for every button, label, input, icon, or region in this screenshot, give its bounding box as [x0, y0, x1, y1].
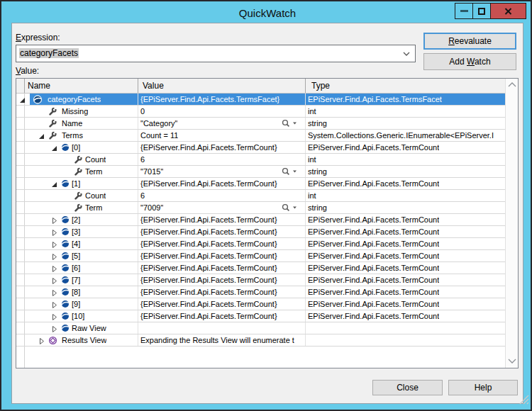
row-value: {EPiServer.Find.Api.Facets.TermCount}	[140, 298, 277, 310]
row-type: int	[308, 190, 316, 201]
expander-collapsed-icon[interactable]	[51, 289, 58, 297]
scroll-up-icon[interactable]	[508, 82, 516, 87]
row-value: {EPiServer.Find.Api.Facets.TermCount}	[140, 262, 277, 274]
reevaluate-button[interactable]: Reevaluate	[423, 33, 516, 50]
column-line	[305, 178, 306, 189]
row-value: "Category"	[140, 118, 177, 129]
row-name: [6]	[72, 262, 80, 274]
expander-collapsed-icon[interactable]	[38, 337, 45, 345]
column-line	[305, 310, 306, 322]
expander-collapsed-icon[interactable]	[51, 277, 58, 285]
expander-collapsed-icon[interactable]	[51, 241, 58, 249]
grid-row[interactable]: [8]{EPiServer.Find.Api.Facets.TermCount}…	[16, 286, 506, 298]
row-type: string	[308, 166, 327, 177]
grid-row[interactable]: TermsCount = 11System.Collections.Generi…	[16, 130, 506, 142]
row-type: EPiServer.Find.Api.Facets.TermCount	[308, 178, 439, 189]
grid-row[interactable]: Term"7015"string	[16, 166, 506, 178]
grid-row[interactable]: [4]{EPiServer.Find.Api.Facets.TermCount}…	[16, 238, 506, 250]
grid-row[interactable]: [5]{EPiServer.Find.Api.Facets.TermCount}…	[16, 250, 506, 262]
column-line	[138, 178, 138, 189]
object-sphere-icon	[61, 300, 70, 308]
expander-collapsed-icon[interactable]	[51, 325, 58, 333]
grid-row[interactable]: Name"Category"string	[16, 118, 506, 130]
column-line	[138, 154, 138, 165]
row-name: [7]	[72, 274, 80, 286]
grid-row[interactable]: [6]{EPiServer.Find.Api.Facets.TermCount}…	[16, 262, 506, 274]
grid-row[interactable]: [9]{EPiServer.Find.Api.Facets.TermCount}…	[16, 298, 506, 310]
resize-grip[interactable]	[519, 395, 529, 405]
header-separator[interactable]	[138, 79, 138, 93]
watch-grid: Name Value Type categoryFacets{EPiServer…	[16, 78, 519, 368]
expander-collapsed-icon[interactable]	[51, 253, 58, 261]
magnifier-icon[interactable]	[282, 203, 300, 213]
row-type: int	[308, 106, 316, 117]
combobox-dropdown-icon[interactable]	[403, 52, 410, 56]
row-name: Term	[85, 202, 102, 213]
help-button[interactable]: Help	[448, 380, 518, 395]
row-name: Terms	[62, 130, 83, 141]
column-line	[305, 202, 306, 213]
close-window-button[interactable]	[491, 4, 526, 18]
expander-collapsed-icon[interactable]	[51, 301, 58, 309]
column-line	[138, 286, 138, 298]
vertical-scrollbar[interactable]	[505, 79, 518, 368]
grid-row[interactable]: [0]{EPiServer.Find.Api.Facets.TermCount}…	[16, 142, 506, 154]
expander-expanded-icon[interactable]	[51, 181, 58, 188]
magnifier-icon[interactable]	[282, 119, 300, 128]
column-line	[305, 106, 306, 117]
grid-row[interactable]: Missing0int	[16, 106, 506, 118]
column-header-type[interactable]: Type	[311, 81, 330, 91]
row-name: Results View	[62, 334, 106, 346]
expander-collapsed-icon[interactable]	[51, 217, 58, 225]
property-wrench-icon	[74, 167, 82, 176]
column-line	[138, 202, 138, 213]
expander-expanded-icon[interactable]	[19, 96, 26, 104]
minimize-icon	[460, 10, 468, 12]
row-value: 6	[140, 190, 145, 201]
expander-collapsed-icon[interactable]	[51, 313, 58, 321]
grid-row[interactable]: Term"7009"string	[16, 202, 506, 214]
property-wrench-icon	[48, 119, 57, 128]
column-line	[305, 142, 306, 153]
grid-row[interactable]: [10]{EPiServer.Find.Api.Facets.TermCount…	[16, 310, 506, 322]
grid-body: categoryFacets{EPiServer.Find.Api.Facets…	[16, 94, 506, 368]
grid-row[interactable]: Raw View	[16, 322, 506, 334]
column-line	[305, 118, 306, 129]
header-separator[interactable]	[305, 79, 306, 93]
expander-collapsed-icon[interactable]	[51, 229, 58, 237]
grid-row[interactable]: [1]{EPiServer.Find.Api.Facets.TermCount}…	[16, 178, 506, 190]
grid-row[interactable]: [2]{EPiServer.Find.Api.Facets.TermCount}…	[16, 214, 506, 226]
column-header-name[interactable]: Name	[28, 81, 50, 91]
grid-row[interactable]: Count6int	[16, 190, 506, 202]
expression-combobox[interactable]: categoryFacets	[16, 45, 416, 62]
header-separator	[24, 79, 25, 93]
column-line	[305, 190, 306, 201]
object-sphere-icon	[33, 95, 43, 104]
grid-row[interactable]: Results ViewExpanding the Results View w…	[16, 334, 506, 347]
scroll-down-icon[interactable]	[508, 359, 516, 364]
add-watch-button[interactable]: Add Watch	[423, 53, 516, 70]
column-line	[138, 190, 138, 201]
property-wrench-icon	[74, 203, 82, 212]
row-type: EPiServer.Find.Api.Facets.TermCount	[308, 298, 439, 310]
column-header-value[interactable]: Value	[143, 81, 164, 91]
maximize-button[interactable]	[472, 4, 491, 18]
close-button[interactable]: Close	[372, 380, 443, 395]
grid-row[interactable]: categoryFacets{EPiServer.Find.Api.Facets…	[16, 94, 506, 106]
grid-row[interactable]: Count6int	[16, 154, 506, 166]
magnifier-dropdown-icon	[293, 171, 297, 173]
expander-collapsed-icon[interactable]	[51, 265, 58, 273]
column-line	[138, 334, 138, 346]
grid-row[interactable]: [7]{EPiServer.Find.Api.Facets.TermCount}…	[16, 274, 506, 286]
expander-expanded-icon[interactable]	[38, 133, 45, 140]
row-name: [10]	[72, 310, 84, 322]
expander-expanded-icon[interactable]	[51, 145, 58, 152]
value-label: Value:	[16, 66, 39, 76]
row-value: {EPiServer.Find.Api.Facets.TermCount}	[140, 226, 277, 237]
minimize-button[interactable]	[455, 4, 472, 18]
object-sphere-icon	[61, 252, 70, 260]
grid-row[interactable]: [3]{EPiServer.Find.Api.Facets.TermCount}…	[16, 226, 506, 238]
dialog-client-area: Expression: categoryFacets Reevaluate Ad…	[12, 23, 523, 403]
magnifier-icon[interactable]	[282, 167, 300, 176]
row-name: Missing	[62, 106, 88, 117]
